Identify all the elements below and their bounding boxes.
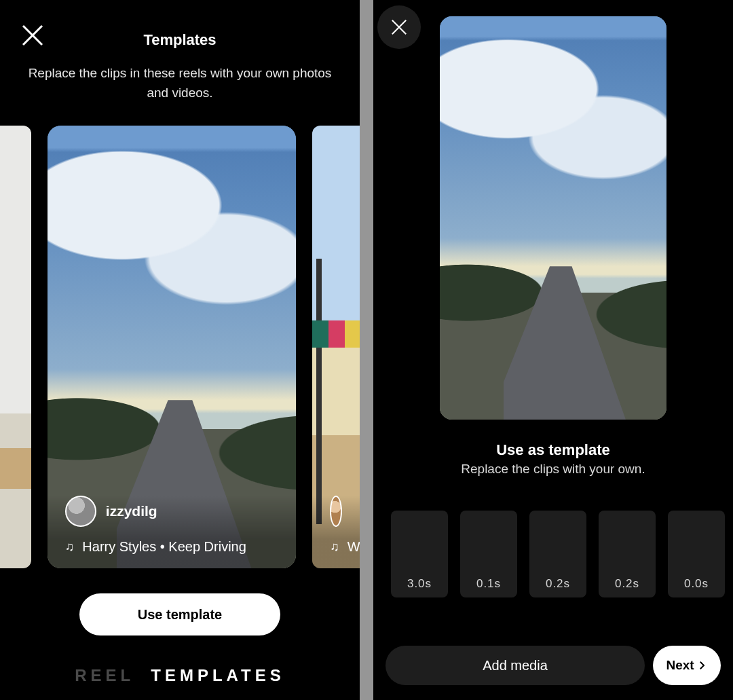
clip-duration: 0.0s — [668, 577, 725, 591]
template-card[interactable]: izzydilg ♫ Harry Styles • Keep Driving — [48, 126, 296, 568]
mode-tabs: REEL TEMPLATES — [0, 666, 360, 685]
template-card-next[interactable]: ♫ W — [312, 126, 360, 568]
template-editor-screen: Use as template Replace the clips with y… — [373, 0, 733, 700]
template-preview[interactable] — [440, 16, 666, 420]
template-card-overlay: ♫ W — [312, 496, 360, 568]
screenshot-divider — [360, 0, 373, 700]
clip-duration: 0.1s — [460, 577, 517, 591]
template-card-overlay: izzydilg ♫ Harry Styles • Keep Driving — [48, 496, 296, 568]
editor-subtitle: Replace the clips with your own. — [373, 462, 733, 477]
templates-browser-screen: Templates Replace the clips in these ree… — [0, 0, 360, 700]
author-avatar[interactable] — [330, 496, 342, 527]
use-template-button[interactable]: Use template — [79, 593, 280, 635]
clip-duration: 0.2s — [529, 577, 586, 591]
author-avatar[interactable] — [65, 496, 96, 527]
music-note-icon: ♫ — [330, 540, 339, 554]
template-preview-image — [440, 16, 666, 420]
clip-duration: 0.2s — [599, 577, 656, 591]
tab-reel[interactable]: REEL — [75, 666, 134, 685]
music-label: Harry Styles • Keep Driving — [82, 539, 246, 555]
template-carousel[interactable]: izzydilg ♫ Harry Styles • Keep Driving ♫ — [0, 126, 360, 570]
music-note-icon: ♫ — [65, 540, 75, 554]
editor-title: Use as template — [373, 441, 733, 459]
template-thumbnail — [0, 126, 31, 568]
next-button[interactable]: Next — [653, 646, 721, 685]
clip-slot[interactable]: 0.2s — [599, 511, 656, 597]
add-media-button[interactable]: Add media — [386, 646, 645, 685]
clip-duration: 3.0s — [391, 577, 448, 591]
page-subtitle: Replace the clips in these reels with yo… — [27, 64, 333, 103]
close-icon — [388, 16, 411, 39]
clip-slot-row[interactable]: 3.0s 0.1s 0.2s 0.2s 0.0s — [391, 511, 733, 597]
clip-slot[interactable]: 0.2s — [529, 511, 586, 597]
author-username: izzydilg — [106, 503, 157, 519]
tab-templates[interactable]: TEMPLATES — [151, 666, 285, 685]
page-title: Templates — [0, 31, 360, 49]
clip-slot[interactable]: 3.0s — [391, 511, 448, 597]
template-card-prev[interactable] — [0, 126, 31, 568]
chevron-right-icon — [696, 659, 708, 671]
music-label: W — [347, 539, 360, 555]
clip-slot[interactable]: 0.0s — [668, 511, 725, 597]
next-button-label: Next — [666, 658, 694, 673]
close-button[interactable] — [377, 5, 421, 49]
clip-slot[interactable]: 0.1s — [460, 511, 517, 597]
